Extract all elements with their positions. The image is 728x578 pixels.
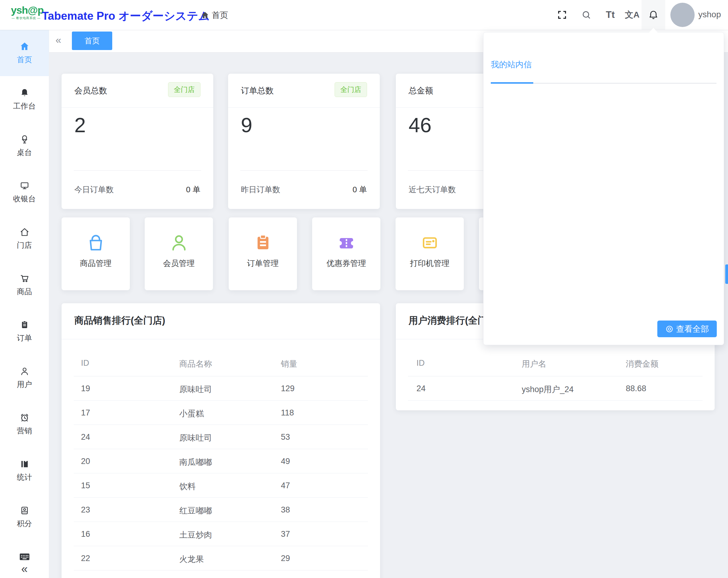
view-all-label: 查看全部 [676, 323, 709, 335]
stat-footer-value: 0 单 [186, 184, 201, 195]
cell-sales: 47 [281, 481, 290, 490]
tab-my-messages[interactable]: 我的站内信 [491, 59, 532, 70]
sidebar-item-home[interactable]: 首页 [0, 30, 49, 76]
printer-card-icon [420, 231, 440, 254]
table-row[interactable]: 19 原味吐司 129 [74, 376, 368, 401]
table-row[interactable]: 16 土豆炒肉 37 [74, 522, 368, 546]
cell-id: 15 [81, 481, 90, 490]
settings-drawer-handle[interactable] [725, 264, 728, 284]
divider [240, 170, 368, 171]
cell-amount: 88.68 [626, 384, 646, 393]
sidebar-item-label: 积分 [17, 519, 32, 529]
stat-footer-label: 今日订单数 [74, 184, 114, 195]
home-icon [19, 41, 30, 52]
member-icon [169, 231, 189, 254]
store-icon [19, 227, 30, 237]
table-row[interactable]: 24 原味吐司 53 [74, 425, 368, 449]
language-button[interactable]: 文A [624, 0, 641, 30]
sidebar-item-cashier[interactable]: 收银台 [0, 169, 49, 215]
sidebar-item-tables[interactable]: 桌台 [0, 123, 49, 169]
quick-card-product-management[interactable]: 商品管理 [61, 217, 130, 290]
order-clipboard-icon [253, 231, 273, 254]
quick-card-label: 商品管理 [80, 258, 112, 269]
fullscreen-button[interactable] [554, 0, 570, 30]
sidebar-item-points[interactable]: 积分 [0, 494, 49, 540]
tab-home[interactable]: 首页 [72, 31, 112, 50]
sidebar-item-marketing[interactable]: 营销 [0, 401, 49, 447]
eye-icon [665, 325, 674, 333]
table-row[interactable]: 22 火龙果 29 [74, 546, 368, 571]
cell-sales: 37 [281, 529, 290, 539]
avatar[interactable] [670, 3, 695, 27]
stat-card-header: 会员总数 全门店 [61, 74, 213, 108]
sidebar-collapse-button[interactable]: « [21, 563, 28, 575]
column-header: 商品名称 [179, 359, 212, 369]
logo-text: ysh@p [11, 5, 41, 15]
translate-icon: 文A [625, 9, 640, 21]
cell-id: 24 [416, 384, 425, 393]
sidebar-item-products[interactable]: 商品 [0, 262, 49, 308]
sidebar-item-orders[interactable]: 订单 [0, 308, 49, 354]
alarm-clock-icon [19, 413, 30, 423]
quick-card-coupon-management[interactable]: 优惠券管理 [312, 217, 381, 290]
sidebar-item-users[interactable]: 用户 [0, 354, 49, 401]
cell-sales: 53 [281, 432, 290, 442]
user-icon [19, 366, 30, 376]
view-all-button[interactable]: 查看全部 [657, 320, 717, 337]
stat-title: 订单总数 [241, 85, 274, 96]
cell-id: 24 [81, 432, 90, 442]
bell-icon [19, 88, 30, 98]
cell-product-name: 原味吐司 [179, 432, 212, 443]
stat-footer-value: 0 单 [353, 184, 367, 195]
table-row[interactable]: 17 小蛋糕 118 [74, 400, 368, 425]
sidebar-item-workbench[interactable]: 工作台 [0, 76, 49, 123]
quick-card-label: 打印机管理 [410, 258, 449, 269]
font-size-icon: Tt [606, 9, 615, 20]
sidebar-item-label: 工作台 [13, 101, 36, 111]
sundae-icon [19, 134, 30, 144]
quick-card-member-management[interactable]: 会员管理 [145, 217, 213, 290]
sidebar: 首页 工作台 桌台 收银台 [0, 30, 49, 578]
cell-username: yshop用户_24 [522, 384, 574, 395]
cell-product-name: 南瓜嘟嘟 [179, 457, 212, 468]
quick-card-printer-management[interactable]: 打印机管理 [395, 217, 464, 290]
table-row[interactable]: 24 yshop用户_24 88.68 [408, 376, 703, 401]
sidebar-item-label: 收银台 [13, 194, 36, 204]
store-scope-badge: 全门店 [168, 82, 201, 97]
column-header: 销量 [281, 359, 297, 369]
fullscreen-icon [557, 10, 567, 20]
cell-sales: 29 [281, 554, 290, 563]
app-title: Tabemate Pro オーダーシステム [42, 8, 210, 24]
table-row[interactable]: 23 红豆嘟嘟 38 [74, 497, 368, 522]
store-scope-badge: 全门店 [335, 82, 367, 97]
cell-id: 22 [81, 554, 90, 563]
keyboard-icon[interactable] [19, 552, 31, 562]
product-sales-title: 商品销售排行(全门店) [74, 314, 165, 327]
column-header: 用户名 [522, 359, 546, 369]
shopping-bag-icon [86, 231, 106, 254]
search-button[interactable] [578, 0, 595, 30]
notifications-button[interactable] [642, 0, 665, 30]
bell-icon [648, 9, 659, 20]
quick-card-label: 优惠券管理 [327, 258, 366, 269]
sidebar-item-label: 商品 [17, 287, 32, 296]
stat-title: 总金额 [409, 85, 433, 96]
cell-sales: 129 [281, 384, 294, 393]
search-icon [581, 10, 592, 20]
table-row[interactable]: 20 南瓜嘟嘟 49 [74, 449, 368, 473]
tabs-collapse-button[interactable]: « [55, 34, 61, 46]
cell-id: 17 [81, 408, 90, 418]
cell-sales: 49 [281, 457, 290, 466]
font-size-button[interactable]: Tt [602, 0, 619, 30]
cell-sales: 38 [281, 505, 290, 515]
username[interactable]: yshop [698, 10, 721, 19]
table-row[interactable]: 15 饮料 47 [74, 473, 368, 498]
breadcrumb[interactable]: 首页 [201, 10, 228, 21]
sidebar-item-stores[interactable]: 门店 [0, 215, 49, 262]
cell-id: 20 [81, 457, 90, 466]
sidebar-item-statistics[interactable]: 统计 [0, 447, 49, 494]
sidebar-item-label: 桌台 [17, 148, 32, 157]
sidebar-item-label: 统计 [17, 472, 32, 482]
quick-card-order-management[interactable]: 订单管理 [229, 217, 297, 290]
logo[interactable]: ysh@p — 餐饮电商系统 — [11, 5, 41, 20]
